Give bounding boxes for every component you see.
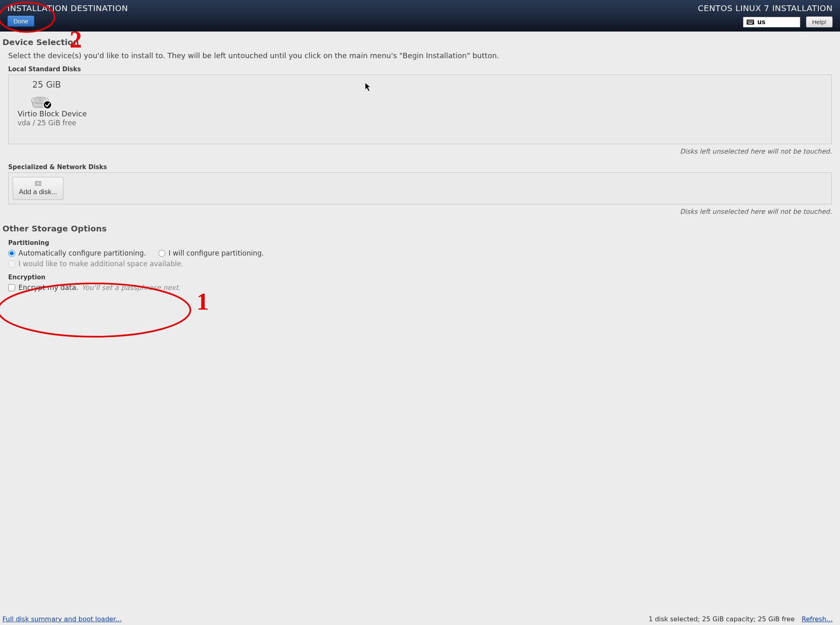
svg-rect-5 xyxy=(752,20,753,21)
device-selection-heading: Device Selection xyxy=(2,37,832,47)
manual-partition-radio[interactable] xyxy=(158,250,165,257)
encryption-label: Encryption xyxy=(8,274,832,281)
reclaim-space-label: I would like to make additional space av… xyxy=(18,260,183,268)
keyboard-icon xyxy=(747,20,754,25)
disk-size: 25 GiB xyxy=(32,80,61,90)
disk-item[interactable]: 25 GiB Virtio Block Device vda / 25 GiB … xyxy=(14,78,104,129)
specialized-disks-panel: Add a disk... xyxy=(8,172,832,204)
footer-status: 1 disk selected; 25 GiB capacity; 25 GiB… xyxy=(648,615,795,623)
svg-rect-10 xyxy=(752,22,753,23)
local-disks-note: Disks left unselected here will not be t… xyxy=(2,147,832,155)
encrypt-hint: You'll set a passphrase next. xyxy=(82,283,181,292)
auto-partition-label: Automatically configure partitioning. xyxy=(18,249,146,257)
local-disks-panel: 25 GiB Virtio Block Device vda / 25 GiB … xyxy=(8,75,832,144)
auto-partition-radio[interactable] xyxy=(8,250,15,257)
local-disks-label: Local Standard Disks xyxy=(8,66,832,73)
svg-rect-8 xyxy=(750,22,751,23)
header-bar: INSTALLATION DESTINATION Done CENTOS LIN… xyxy=(0,0,840,32)
content-area: Device Selection Select the device(s) yo… xyxy=(0,32,840,625)
partitioning-label: Partitioning xyxy=(8,239,832,247)
keyboard-layout-selector[interactable]: us xyxy=(743,17,800,27)
svg-rect-11 xyxy=(748,23,752,24)
disk-path: vda / 25 GiB free xyxy=(18,119,76,127)
svg-rect-4 xyxy=(751,20,752,21)
svg-rect-6 xyxy=(747,22,748,23)
svg-rect-7 xyxy=(749,22,750,23)
refresh-link[interactable]: Refresh... xyxy=(802,615,833,623)
svg-rect-1 xyxy=(747,20,748,21)
add-disk-label: Add a disk... xyxy=(19,188,57,196)
page-title: INSTALLATION DESTINATION xyxy=(7,3,128,13)
keyboard-layout-label: us xyxy=(757,18,765,26)
device-selection-description: Select the device(s) you'd like to insta… xyxy=(8,51,832,60)
installer-title: CENTOS LINUX 7 INSTALLATION xyxy=(698,3,833,13)
help-button[interactable]: Help! xyxy=(806,16,833,27)
encrypt-data-checkbox[interactable] xyxy=(8,284,15,291)
svg-point-14 xyxy=(39,100,41,101)
svg-rect-2 xyxy=(749,20,750,21)
footer-bar: Full disk summary and boot loader... 1 d… xyxy=(0,615,840,623)
mouse-cursor-icon xyxy=(365,82,372,92)
encrypt-data-label: Encrypt my data. xyxy=(18,283,79,292)
add-disk-button[interactable]: Add a disk... xyxy=(13,177,63,200)
svg-rect-3 xyxy=(750,20,751,21)
disk-summary-link[interactable]: Full disk summary and boot loader... xyxy=(2,615,122,623)
reclaim-space-checkbox[interactable] xyxy=(8,260,15,267)
storage-options-heading: Other Storage Options xyxy=(2,224,832,233)
svg-point-16 xyxy=(37,182,39,185)
disk-name: Virtio Block Device xyxy=(18,109,87,118)
hard-disk-icon xyxy=(30,92,50,108)
done-button[interactable]: Done xyxy=(7,16,34,27)
add-disk-icon xyxy=(34,180,42,187)
specialized-disks-note: Disks left unselected here will not be t… xyxy=(2,208,832,215)
manual-partition-label: I will configure partitioning. xyxy=(169,249,264,257)
svg-rect-9 xyxy=(751,22,752,23)
specialized-disks-label: Specialized & Network Disks xyxy=(8,163,832,171)
disk-selected-check-icon xyxy=(43,100,52,109)
